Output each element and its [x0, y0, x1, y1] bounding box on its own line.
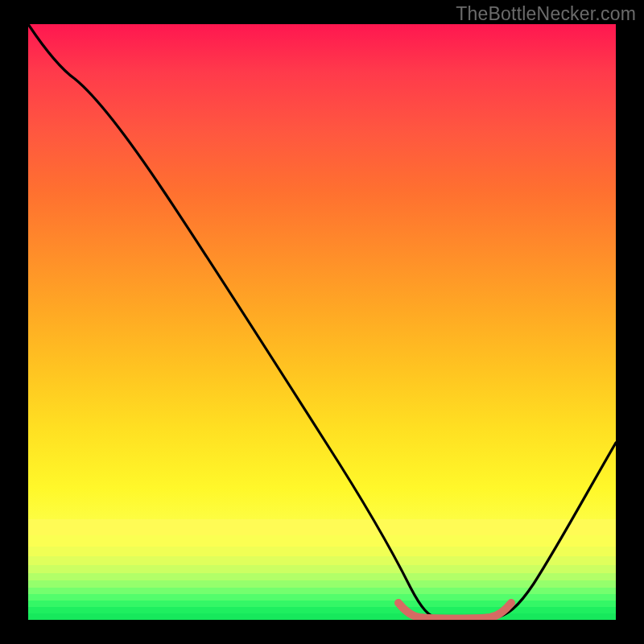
highlight-segment	[398, 603, 511, 619]
bottleneck-curve	[28, 24, 616, 620]
curve-left-branch	[28, 24, 439, 618]
chart-frame: TheBottleNecker.com	[0, 0, 644, 644]
curve-right-branch	[491, 443, 616, 618]
plot-area	[28, 24, 616, 620]
watermark-text: TheBottleNecker.com	[456, 3, 636, 25]
